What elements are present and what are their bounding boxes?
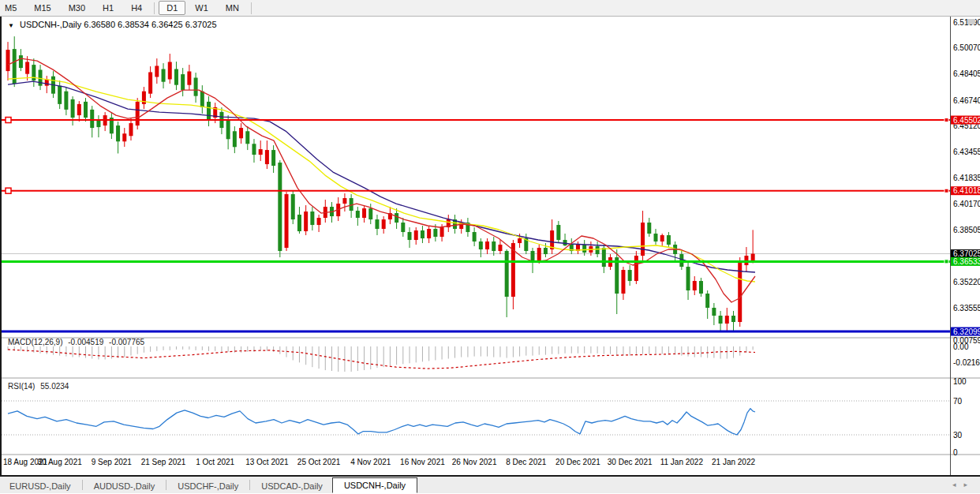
candle-body xyxy=(725,316,729,324)
candle-body xyxy=(291,194,295,219)
candle-body xyxy=(693,281,697,290)
candle-body xyxy=(544,248,548,254)
symbol-tab-usdcad[interactable]: USDCAD-,Daily xyxy=(252,479,332,493)
level-drag-handle[interactable] xyxy=(6,118,11,123)
candle-body xyxy=(285,194,289,248)
candle-body xyxy=(731,316,735,322)
candle-body xyxy=(492,241,496,251)
candle-body xyxy=(550,230,554,249)
macd-signal-value: -0.007765 xyxy=(109,338,144,346)
candle-body xyxy=(233,131,237,147)
candle-body xyxy=(362,208,366,218)
timeframe-button-d1[interactable]: D1 xyxy=(159,1,185,15)
date-axis-label: 4 Nov 2021 xyxy=(350,458,391,466)
timeframe-button-h4[interactable]: H4 xyxy=(123,1,150,15)
price-axis-label: 6.38505 xyxy=(953,226,980,234)
candle-body xyxy=(194,77,198,95)
candle-body xyxy=(738,260,742,322)
candle-body xyxy=(647,223,651,234)
candle-body xyxy=(537,248,541,260)
date-axis-label: 20 Dec 2021 xyxy=(555,458,600,466)
macd-axis-label: 0.00 xyxy=(953,342,969,351)
candle-body xyxy=(278,163,282,251)
candle-body xyxy=(200,92,204,107)
candlesticks xyxy=(6,36,755,331)
timeframe-button-w1[interactable]: W1 xyxy=(187,1,216,15)
candle-body xyxy=(96,120,100,127)
candle-body xyxy=(181,74,185,90)
timeframe-button-m5[interactable]: M5 xyxy=(0,1,24,15)
date-axis-label: 30 Dec 2021 xyxy=(608,458,653,466)
candle-body xyxy=(654,234,658,241)
price-marker-label: 6.36533 xyxy=(953,257,980,266)
candle-body xyxy=(45,80,49,86)
candle-body xyxy=(505,251,509,297)
candle-body xyxy=(712,308,716,316)
price-marker-label: 6.41018 xyxy=(953,186,980,195)
timeframe-button-h1[interactable]: H1 xyxy=(95,1,122,15)
date-axis-label: 26 Nov 2021 xyxy=(452,458,497,466)
timeframe-button-m15[interactable]: M15 xyxy=(26,1,58,15)
candle-body xyxy=(239,128,243,138)
timeframe-toolbar: M5M15M30H1H4D1W1MN xyxy=(0,0,980,17)
symbol-tab-usdchf[interactable]: USDCHF-,Daily xyxy=(168,479,248,493)
candle-body xyxy=(297,215,301,231)
candle-body xyxy=(485,241,489,249)
date-axis-label: 16 Nov 2021 xyxy=(400,458,445,466)
candle-body xyxy=(71,99,75,118)
rsi-label-text: RSI(14) xyxy=(8,382,35,391)
price-axis-label: 6.50070 xyxy=(953,43,980,52)
candle-body xyxy=(271,150,275,166)
candle-body xyxy=(245,131,249,144)
candle-body xyxy=(356,211,360,218)
candle-body xyxy=(6,50,10,71)
timeframe-button-mn[interactable]: MN xyxy=(218,1,247,15)
chart-canvas[interactable]: 6.516906.500706.484056.467406.451206.434… xyxy=(2,17,980,475)
candle-body xyxy=(342,198,346,204)
candle-body xyxy=(615,257,619,294)
date-axis-label: 21 Jan 2022 xyxy=(712,458,755,466)
candle-body xyxy=(699,281,703,294)
candle-body xyxy=(667,235,671,245)
rsi-value: 55.0234 xyxy=(40,382,69,391)
date-axis-label: 11 Jan 2022 xyxy=(660,458,704,466)
candle-body xyxy=(19,55,23,68)
candle-body xyxy=(498,245,502,251)
date-axis-label: 21 Sep 2021 xyxy=(141,458,186,466)
chart-symbol-period: USDCNH-,Daily xyxy=(20,20,81,29)
level-drag-handle[interactable] xyxy=(6,188,11,193)
candle-body xyxy=(427,229,431,238)
price-axis-label: 6.35220 xyxy=(953,278,980,286)
tab-separator xyxy=(166,480,166,490)
candle-body xyxy=(265,150,269,164)
candle-body xyxy=(77,104,81,115)
scroll-grip[interactable] xyxy=(967,19,975,24)
chart-ohlc-values: 6.36580 6.38534 6.36425 6.37025 xyxy=(84,20,216,29)
symbol-tab-audusd[interactable]: AUDUSD-,Daily xyxy=(84,479,165,493)
candle-body xyxy=(129,123,133,136)
candle-body xyxy=(252,144,256,155)
rsi-axis-label: 70 xyxy=(953,397,963,406)
symbol-tab-usdcnh[interactable]: USDCNH-,Daily xyxy=(332,477,417,493)
timeframe-button-m30[interactable]: M30 xyxy=(61,1,93,15)
price-axis-label: 6.46740 xyxy=(953,96,980,105)
candle-body xyxy=(705,294,709,308)
rsi-axis-label: 100 xyxy=(953,377,967,386)
candle-body xyxy=(473,232,477,241)
candle-body xyxy=(382,219,386,229)
macd-axis-label: -0.02164 xyxy=(953,358,980,367)
tab-scroll-arrows[interactable]: ◂▸ xyxy=(952,481,975,488)
candle-body xyxy=(122,133,126,141)
candle-body xyxy=(395,213,398,223)
candle-body xyxy=(686,267,690,290)
rsi-axis-label: 30 xyxy=(953,431,963,440)
candle-body xyxy=(155,65,159,77)
price-axis-label: 6.48405 xyxy=(953,69,980,78)
candle-body xyxy=(401,223,405,232)
candle-body xyxy=(596,246,600,254)
symbol-tab-eurusd[interactable]: EURUSD-,Daily xyxy=(0,479,80,493)
price-axis-label: 6.33555 xyxy=(953,304,980,312)
candle-body xyxy=(408,232,412,240)
axis-marker-glyph xyxy=(944,260,948,264)
symbol-dropdown-icon[interactable]: ▼ xyxy=(8,22,14,29)
